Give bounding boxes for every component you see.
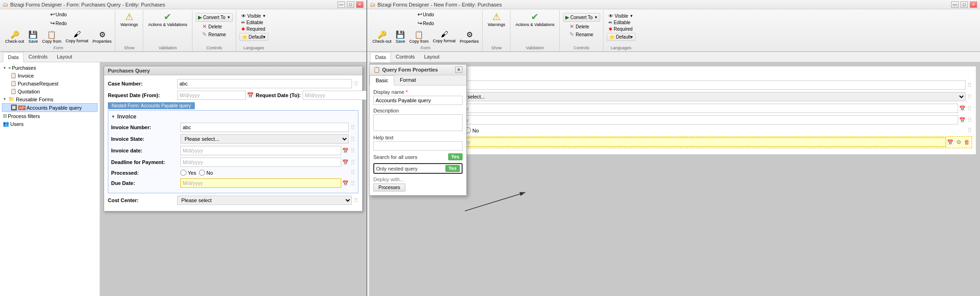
warnings-btn-2[interactable]: ⚠Warnings (486, 10, 507, 28)
maximize-btn-2[interactable]: □ (960, 1, 968, 8)
default-btn-2[interactable]: ⭐Default▾ (607, 33, 636, 41)
radio-processed-no[interactable]: No (199, 170, 213, 176)
dialog-close-btn[interactable]: ✕ (455, 66, 463, 73)
ribbon-group-controls-1: ▶ Convert To ▼ ✕Delete ✎Rename Controls (193, 10, 236, 51)
field-settings-btn[interactable]: ⚙ (955, 138, 962, 146)
required-btn-1[interactable]: ✱Required (239, 26, 268, 32)
tab-data-1[interactable]: Data (3, 52, 24, 62)
input2-invoice-date[interactable] (446, 104, 958, 113)
radio-processed-yes[interactable]: Yes (180, 170, 196, 176)
visible-btn-2[interactable]: 👁Visible▼ (607, 13, 635, 19)
processes-btn[interactable]: Processes (373, 184, 405, 191)
properties-btn-2[interactable]: ⚙Properties (458, 29, 480, 45)
input-case-number[interactable] (177, 79, 352, 88)
input2-due-date[interactable] (448, 138, 946, 147)
required-btn-2[interactable]: ✱Required (607, 26, 635, 32)
copyfrom-btn-2[interactable]: 📋Copy from (408, 29, 430, 45)
ribbon-group-label-validation-2: Validation (526, 46, 544, 50)
properties-btn-1[interactable]: ⚙Properties (91, 29, 113, 45)
delete-btn-1[interactable]: ✕Delete (200, 23, 228, 30)
invoice-chevron[interactable]: ▼ (111, 114, 115, 119)
close-btn-2[interactable]: ✕ (970, 1, 977, 8)
dialog-body: Display name * Description Help text (370, 86, 466, 195)
tree-item-process-filters[interactable]: ⊞ Process filters (2, 112, 98, 120)
input-request-date-to[interactable] (303, 91, 366, 100)
tree-item-purchaserequest[interactable]: 📋 PurchaseRequest (2, 79, 98, 87)
rename-btn-1[interactable]: ✎Rename (200, 31, 228, 38)
calendar2-deadline[interactable]: 📅 (959, 117, 966, 123)
input2-invoice-number[interactable] (446, 80, 966, 90)
undo-btn-1[interactable]: ↩Undo (48, 10, 69, 19)
editable-btn-2[interactable]: ✏Editable (607, 20, 635, 26)
radio2-processed-no[interactable]: No (465, 127, 479, 133)
label-case-number: Case Number: (108, 81, 175, 86)
toggle-search-yes[interactable]: Yes (448, 153, 463, 160)
delete-btn-2[interactable]: ✕Delete (568, 23, 595, 30)
close-btn-1[interactable]: ✕ (356, 1, 364, 8)
tree-item-purchases[interactable]: ▼ ● Purchases (2, 64, 98, 72)
dialog-tab-format[interactable]: Format (394, 75, 422, 85)
input-due-date[interactable] (180, 178, 341, 188)
calendar-inv-date[interactable]: 📅 (342, 148, 349, 154)
save-btn-1[interactable]: 💾Save (27, 29, 40, 45)
rename-btn-2[interactable]: ✎Rename (568, 31, 595, 38)
convert-btn-1[interactable]: ▶ Convert To ▼ (196, 13, 233, 22)
select-invoice-state[interactable]: Please select... (180, 134, 349, 144)
input-request-date-from[interactable] (177, 91, 246, 100)
dialog-icon: 📋 (373, 66, 380, 73)
tree-item-quotation[interactable]: 📋 Quotation (2, 87, 98, 95)
warnings-btn-1[interactable]: ⚠Warnings (119, 10, 140, 28)
tree-item-users[interactable]: 👥 Users (2, 120, 98, 128)
field-cost-center: Cost Center: Please select ⠿ (108, 196, 358, 205)
tree-item-reusable[interactable]: ▼ 📁 Reusable Forms (2, 95, 98, 103)
drag-icon-cost: ⠿ (354, 197, 358, 204)
editable-btn-1[interactable]: ✏Editable (239, 20, 268, 26)
undo-btn-2[interactable]: ↩Undo (416, 10, 436, 19)
calendar-due-date[interactable]: 📅 (342, 180, 349, 186)
select-cost-center[interactable]: Please select (177, 196, 352, 205)
input-description[interactable] (373, 114, 463, 131)
checkout-btn-2[interactable]: 🔑Check-out (371, 29, 393, 45)
actions-btn-1[interactable]: ✔Actions & Validations (146, 10, 189, 28)
tab-layout-1[interactable]: Layout (52, 52, 77, 62)
tree-item-accounts-payable[interactable]: 🔲 AP Accounts Payable query (2, 103, 98, 112)
checkout-btn-1[interactable]: 🔑Check-out (4, 29, 26, 45)
minimize-btn-1[interactable]: — (338, 1, 345, 8)
ribbon-group-label-form-2: Form (421, 46, 430, 50)
tab-data-2[interactable]: Data (370, 52, 391, 62)
ribbon-group-languages-1: 👁Visible▼ ✏Editable ✱Required ⭐Default▾ … (237, 10, 271, 51)
tab-layout-2[interactable]: Layout (419, 52, 444, 62)
minimize-btn-2[interactable]: — (951, 1, 959, 8)
input-helptext[interactable] (373, 141, 463, 151)
select2-invoice-state[interactable]: Please select... (446, 92, 966, 101)
convert-btn-2[interactable]: ▶ Convert To ▼ (563, 13, 600, 22)
dialog-tab-basic[interactable]: Basic (370, 75, 394, 86)
input-deadline[interactable] (180, 158, 341, 167)
label-deadline: Deadline for Payment: (111, 159, 179, 165)
copyformat-btn-2[interactable]: 🖌Copy format (431, 29, 457, 45)
maximize-btn-1[interactable]: □ (347, 1, 354, 8)
input-invoice-date[interactable] (180, 146, 341, 155)
save-btn-2[interactable]: 💾Save (394, 29, 407, 45)
calendar-deadline[interactable]: 📅 (342, 159, 349, 165)
form-body-1: Case Number: ⠿ Request Date (From): 📅 (104, 75, 362, 211)
copyfrom-btn-1[interactable]: 📋Copy from (41, 29, 63, 45)
redo-btn-1[interactable]: ↪Redo (48, 19, 69, 27)
actions-btn-2[interactable]: ✔Actions & Validations (514, 10, 556, 28)
visible-btn-1[interactable]: 👁Visible▼ (239, 13, 268, 19)
redo-btn-2[interactable]: ↪Redo (416, 19, 436, 27)
calendar2-due-date[interactable]: 📅 (947, 139, 954, 145)
input-displayname[interactable] (373, 96, 463, 105)
toggle-nested-yes[interactable]: Yes (445, 165, 460, 172)
tab-controls-1[interactable]: Controls (24, 52, 52, 62)
field-delete-btn[interactable]: 🗑 (963, 138, 971, 146)
copyformat-btn-1[interactable]: 🖌Copy format (64, 29, 90, 45)
input-invoice-number[interactable] (180, 123, 349, 132)
default-btn-1[interactable]: ⭐Default▾ (239, 33, 268, 41)
tree-item-invoice[interactable]: 📋 Invoice (2, 72, 98, 79)
tab-controls-2[interactable]: Controls (391, 52, 419, 62)
input2-deadline[interactable] (446, 115, 958, 125)
calendar2-inv-date[interactable]: 📅 (959, 105, 966, 112)
calendar-icon-from[interactable]: 📅 (247, 92, 254, 99)
ribbon-group-form-2: ↩Undo ↪Redo 🔑Check-out 💾Save (369, 10, 483, 51)
